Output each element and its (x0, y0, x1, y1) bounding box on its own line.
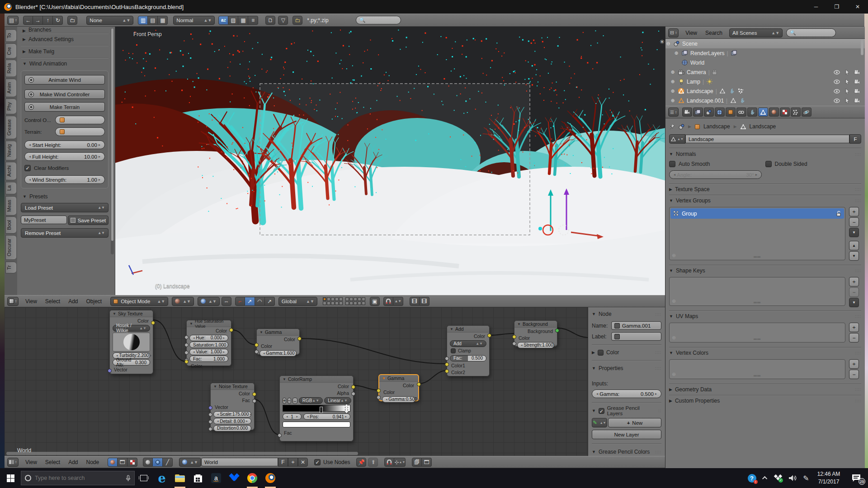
get-help-tray-icon[interactable]: ?! (744, 468, 760, 488)
menu-select[interactable]: Select (41, 298, 64, 305)
restrict-select-lamp[interactable] (843, 77, 851, 86)
remove-preset-dropdown[interactable]: Remove Preset▲▼ (21, 228, 108, 238)
node-colorramp[interactable]: ▼ColorRamp Color Alpha + − ↔ RGB▲▼ Linea… (279, 375, 354, 441)
panel-presets[interactable]: ▼Presets (21, 190, 108, 203)
ramp-interpolation-dropdown[interactable]: Linear▲▼ (324, 397, 351, 404)
node-name-field[interactable]: Gamma.001 (611, 321, 661, 330)
expand-icon[interactable]: ⊕ (670, 79, 675, 84)
display-long-list-button[interactable]: ▤ (148, 16, 158, 25)
uvmap-add-button[interactable]: ＋ (849, 323, 859, 332)
tab-physics[interactable]: Phy (5, 99, 16, 114)
tab-grease-pencil[interactable]: Grease (5, 116, 16, 139)
manipulator-translate-button[interactable]: ↗ (245, 297, 255, 306)
outliner-row-renderlayers[interactable]: ⊕ RenderLayers | (665, 48, 865, 58)
restrict-view-camera[interactable] (833, 67, 841, 77)
ramp-gradient-bar[interactable] (283, 405, 350, 412)
vgroup-move-down-button[interactable]: ▼ (849, 251, 859, 261)
socket-scale-input[interactable] (208, 413, 212, 417)
restrict-view-landscape-001[interactable] (833, 96, 841, 105)
breadcrumb-object[interactable]: Landscape (703, 123, 730, 130)
fac-slider[interactable]: Fac:1.000 (189, 356, 228, 362)
fake-user-button[interactable]: F (849, 134, 861, 144)
socket-detail-input[interactable] (208, 420, 212, 424)
forward-button[interactable]: → (33, 16, 43, 25)
linestyle-shader-button[interactable]: ╱ (163, 458, 173, 467)
manipulator-axis-button[interactable]: ⌐ (235, 297, 245, 306)
tab-create[interactable]: Cre (5, 43, 16, 59)
parent-node-tree-button[interactable]: ⬆ (368, 458, 378, 467)
list-resize-grip[interactable]: ══ (754, 337, 761, 342)
pin-icon[interactable] (669, 124, 675, 130)
pen-tray-icon[interactable]: ✎ (799, 468, 813, 488)
tab-modifiers[interactable] (747, 108, 757, 117)
panel-vertex-colors[interactable]: ▼Vertex Colors:::: (669, 347, 861, 358)
panel-make-twig[interactable]: ▶Make Twig (21, 46, 108, 57)
list-add-icon[interactable]: ⊕ (672, 253, 676, 258)
sort-date-button[interactable]: ▦ (238, 16, 248, 25)
manipulator-rotate-button[interactable]: ◠ (255, 297, 265, 306)
expand-icon[interactable]: ⊕ (670, 70, 675, 75)
folder-icon[interactable]: 🗀 (292, 16, 302, 25)
taskbar-search-input[interactable] (35, 475, 122, 481)
render-opengl-button[interactable]: 🎞 (410, 297, 420, 306)
gp-new-button[interactable]: +New (608, 418, 661, 427)
edge-icon[interactable]: e (153, 468, 171, 488)
pin-button[interactable]: 📌 (356, 458, 366, 467)
viewport-3d[interactable]: ✳ Front Persp (0) Landscape (115, 27, 665, 295)
ramp-flip-button[interactable]: ↔ (292, 398, 297, 404)
dropbox-icon[interactable] (225, 468, 243, 488)
close-button[interactable]: ✕ (847, 0, 868, 14)
double-sided-checkbox[interactable] (765, 161, 772, 167)
tab-scene[interactable] (704, 108, 714, 117)
file-search-field[interactable]: 🔍 (356, 16, 401, 24)
tab-animation[interactable]: Anim (5, 79, 16, 97)
tab-tools[interactable]: To (5, 29, 16, 42)
panel-color[interactable]: ▶Color:::: (592, 348, 661, 357)
vgroup-move-up-button[interactable]: ▲ (849, 241, 859, 250)
maximize-button[interactable]: ❐ (826, 0, 847, 14)
panel-shape-keys[interactable]: ▼Shape Keys:::: (669, 265, 861, 276)
blender-icon[interactable] (261, 468, 279, 488)
breadcrumb-data[interactable]: Landscape (750, 123, 776, 130)
socket-color-input[interactable] (377, 389, 381, 393)
socket-color-output[interactable] (351, 385, 355, 389)
ramp-pos-slider[interactable]: ◂ Pos:0.941 ▸ (303, 413, 350, 420)
ramp-stop-handle[interactable] (320, 407, 323, 413)
up-directory-button[interactable]: ↑ (43, 16, 53, 25)
texture-nodes-button[interactable] (127, 458, 137, 467)
restrict-select-landscape[interactable] (843, 86, 851, 96)
vertex-groups-list[interactable]: Group ⊕ ══ (669, 207, 845, 260)
vcolor-add-button[interactable]: ＋ (849, 359, 859, 369)
panel-uv-maps[interactable]: ▼UV Maps:::: (669, 311, 861, 322)
socket-fac-input[interactable] (445, 357, 449, 361)
terrain-field[interactable] (55, 127, 105, 136)
menu-view[interactable]: View (21, 298, 41, 305)
sort-alpha-button[interactable]: az (218, 16, 228, 25)
vertex-colors-list[interactable]: ⊕ ══ (669, 359, 845, 379)
socket-gamma-input[interactable] (255, 350, 259, 354)
socket-color-output[interactable] (417, 382, 421, 386)
menu-view[interactable]: View (21, 459, 41, 465)
world-datablock-field[interactable]: World (201, 458, 278, 466)
layers-widget[interactable] (323, 297, 365, 305)
outliner-scrollbar[interactable] (861, 40, 863, 55)
socket-background-output[interactable] (555, 328, 559, 333)
auto-smooth-checkbox[interactable] (669, 161, 675, 167)
uvmap-remove-button[interactable]: − (849, 333, 859, 343)
gamma-slider[interactable]: ◂ Gamma:0.500 ▸ (382, 396, 415, 403)
panel-advanced-settings[interactable]: ▶Advanced Settings (21, 33, 108, 45)
node-sky-texture[interactable]: ▼Sky Texture Color Hosek / Wilkie▲▼ ◂ Tu… (109, 310, 153, 374)
socket-color-input[interactable] (512, 335, 516, 339)
node-add-mix[interactable]: ▼Add Color Add▲▼ Clamp Fac:0.500 Color1 … (447, 325, 490, 376)
display-short-list-button[interactable]: ▥ (138, 16, 148, 25)
outliner-editor-type-button[interactable]: ⊟↕ (668, 28, 679, 38)
saturation-slider[interactable]: Saturation:1.000 (189, 342, 228, 348)
collapse-icon[interactable]: ⊖ (665, 41, 671, 46)
restrict-render-landscape-001[interactable] (853, 96, 861, 105)
microphone-icon[interactable] (126, 475, 131, 482)
wind-strength-slider[interactable]: ◂ Wind Strength:1.00 ▸ (24, 175, 105, 184)
ramp-stop-handle-active[interactable] (345, 404, 348, 413)
shapekey-remove-button[interactable]: − (849, 287, 859, 297)
clear-modifiers-checkbox[interactable]: ✓ (24, 165, 31, 171)
panel-texture-space[interactable]: ▶Texture Space:::: (669, 184, 861, 195)
